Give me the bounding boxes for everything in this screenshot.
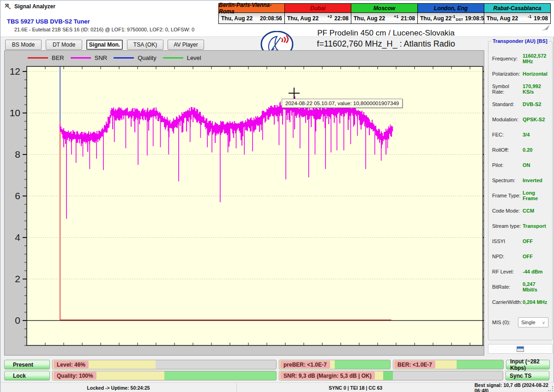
tab-tsa-ok-[interactable]: TSA (OK) — [127, 40, 163, 50]
bar-snr-label: SNR: 9,3 dB (Margin: 5,3 dB | OK) — [280, 372, 375, 380]
bar-ber-label: BER: <1.0E-7 — [394, 361, 435, 368]
legend-label: Quality — [138, 54, 156, 61]
field-label: CarrierWidth: — [492, 299, 523, 305]
field-value: 0.20 — [523, 147, 532, 153]
field-label: Standard: — [492, 101, 523, 107]
clock-city: Moscow — [351, 3, 417, 13]
signal-plot: 024681012 — [5, 51, 484, 355]
statusbar-uptime: Locked -> Uptime: 50:24:25 — [0, 383, 237, 392]
field-value: 0,247 Mbit/s — [523, 281, 550, 292]
snr-progressbar: SNR: 9,3 dB (Margin: 5,3 dB | OK) — [279, 371, 503, 380]
spectrum-list-button[interactable] — [488, 344, 553, 354]
sync-ts-badge: Sync TS — [506, 371, 549, 380]
clock-city: Dubai — [285, 3, 351, 13]
field-value: CCM — [523, 208, 534, 214]
transponder-field: RollOff:0.20 — [492, 142, 550, 157]
preber-progressbar: preBER: <1.0E-7 — [279, 360, 391, 369]
signal-analyzer-window: Signal Analyzer TBS 5927 USB DVB-S2 Tune… — [0, 0, 554, 392]
transponder-fields: Frequency:11602,572 MHzPolarization:Hori… — [492, 51, 550, 309]
field-label: Stream type: — [492, 223, 523, 229]
tuner-info: 21.6E - Eutelsat 21B SES 16 (ID: 0216) @… — [14, 27, 194, 32]
svg-text:4: 4 — [15, 232, 20, 243]
transponder-field: Standard:DVB-S2 — [492, 96, 550, 112]
frequency-title: f=11602,760 MHz_H_ : Atlantis Radio — [287, 39, 485, 49]
legend-item-quality: Quality — [114, 54, 156, 61]
field-label: Polarization: — [492, 71, 523, 77]
window-title: Signal Analyzer — [14, 3, 55, 10]
clock-column: DubaiThu, Aug 22+222:08 — [285, 3, 351, 24]
dish-corner-icon — [540, 24, 551, 31]
transponder-field: Frame Type:Long Frame — [492, 188, 550, 203]
field-label: ISSYI — [492, 238, 523, 244]
transponder-field: Symbol Rate:170,992 KS/s — [492, 81, 550, 96]
level-progressbar: Level: 46% — [52, 360, 277, 369]
field-value: OFF — [523, 254, 533, 259]
clock-table: Berlin-Paris-Vienna-RomaThu, Aug 2220:08… — [218, 3, 551, 24]
field-label: FEC: — [492, 132, 523, 137]
field-value: 170,992 KS/s — [523, 83, 550, 95]
clock-date: Thu, Aug 22 — [487, 15, 518, 22]
clock-time-cell: Thu, Aug 22-1DST19:08:56 — [418, 13, 484, 24]
tab-signal-mon-[interactable]: Signal Mon. — [86, 40, 123, 50]
chart-area[interactable]: 024681012 BERSNRQualityLevel 2024-08-22 … — [4, 50, 484, 356]
field-label: RF Level: — [492, 269, 523, 274]
clock-date: Thu, Aug 22 — [221, 15, 253, 22]
field-value: Horizontal — [523, 71, 548, 77]
spectrum-list-icon — [517, 346, 524, 352]
clock-column: London, EngThu, Aug 22-1DST19:08:56 — [418, 3, 484, 24]
lock-badge: Lock — [4, 371, 50, 380]
mis-label: MIS (0): — [492, 320, 518, 325]
tuner-name: TBS 5927 USB DVB-S2 Tuner — [7, 18, 90, 25]
mis-select[interactable]: Single ∨ — [518, 317, 548, 327]
clock-column: Berlin-Paris-Vienna-RomaThu, Aug 2220:08… — [218, 3, 285, 24]
crosshair-cursor — [289, 88, 300, 99]
clock-column: MoscowThu, Aug 22+121:08 — [351, 3, 418, 24]
field-value: 3/4 — [523, 132, 530, 137]
clock-utc-offset: +2 — [327, 14, 332, 19]
field-value: Inverted — [523, 178, 542, 183]
field-label: Spectrum: — [492, 178, 523, 183]
transponder-field: Code Mode:CCM — [492, 203, 550, 218]
statusbar-sync: SYNC 0 | TEI 18 | CC 63 — [237, 383, 475, 392]
field-value: Long Frame — [523, 190, 550, 201]
clock-time: 21:08 — [401, 15, 415, 22]
bar-level-label: Level: 46% — [54, 361, 89, 368]
tab-av-player[interactable]: AV Player — [168, 40, 204, 50]
app-antenna-icon — [4, 3, 11, 10]
tab-bs-mode[interactable]: BS Mode — [5, 40, 42, 50]
tab-dt-mode[interactable]: DT Mode — [46, 40, 82, 50]
transponder-title: Transponder (AU) [BS] — [491, 38, 549, 44]
transponder-field: NPD:OFF — [492, 249, 550, 264]
field-value: Transport — [523, 223, 546, 229]
legend-swatch — [71, 57, 91, 59]
clock-city: Rabat-Casablanca — [484, 3, 550, 13]
bar-preber-label: preBER: <1.0E-7 — [280, 361, 330, 368]
quality-progressbar: Quality: 100% — [52, 371, 277, 380]
transponder-field: ISSYIOFF — [492, 233, 550, 249]
resize-grip[interactable] — [548, 386, 554, 392]
clock-utc-offset: -1 — [528, 14, 531, 19]
legend-item-level: Level — [163, 54, 201, 61]
value-tooltip: 2024-08-22 05.10.07, value: 10,800000190… — [282, 99, 403, 108]
clock-time-cell: Thu, Aug 2220:08:56 — [219, 13, 284, 24]
transponder-field: Modulation:QPSK-S2 — [492, 112, 550, 127]
window-titlebar: Signal Analyzer — [4, 3, 55, 10]
mode-tabs: BS ModeDT ModeSignal Mon.TSA (OK)AV Play… — [5, 40, 204, 50]
clock-date: Thu, Aug 22 — [354, 15, 385, 22]
present-badge: Present — [4, 360, 50, 369]
field-label: RollOff: — [492, 147, 523, 153]
transponder-field: FEC:3/4 — [492, 127, 550, 142]
svg-text:12: 12 — [10, 66, 20, 77]
clock-time-cell: Thu, Aug 22-119:08 — [484, 13, 550, 24]
svg-text:10: 10 — [10, 107, 20, 118]
transponder-field: Stream type:Transport — [492, 218, 550, 233]
legend-swatch — [28, 57, 48, 59]
legend-label: SNR — [95, 54, 107, 61]
clock-city: London, Eng — [418, 3, 484, 13]
legend-label: BER — [52, 54, 64, 61]
field-value: -44 dBm — [523, 269, 542, 274]
clock-time-cell: Thu, Aug 22+222:08 — [285, 13, 351, 24]
legend-item-ber: BER — [28, 54, 64, 61]
field-label: Frame Type: — [492, 193, 523, 198]
field-value: QPSK-S2 — [523, 117, 545, 122]
